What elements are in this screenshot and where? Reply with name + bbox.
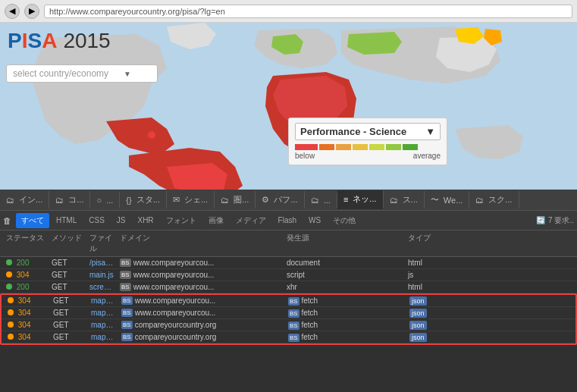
legend-orange-dark: [319, 144, 334, 150]
row-file: screenshot.png?mode=2&project=pisa&lg=..…: [86, 282, 117, 292]
tab-network[interactable]: ≡ ネッ...: [337, 190, 384, 209]
tab-performance[interactable]: ⚙ パフ...: [256, 191, 304, 209]
row-type: html: [405, 258, 466, 268]
network-filter-bar: 🗑 すべて HTML CSS JS XHR フォント 画像 メディア Flash…: [0, 211, 577, 230]
browser-chrome: ◀ ▶ http://www.compareyourcountry.org/pi…: [0, 0, 577, 23]
row-file: maps.js?type=centroides&th=oecd&mode...: [88, 320, 118, 330]
legend-green: [403, 144, 418, 150]
tab-scratchpad[interactable]: 🗂 スク...: [469, 191, 519, 209]
performance-arrow: ▼: [425, 126, 435, 137]
legend-yellow-green: [369, 144, 384, 150]
legend-yellow: [353, 144, 368, 150]
table-row[interactable]: 200 GET screenshot.png?mode=2&project=pi…: [0, 281, 577, 293]
legend-average: average: [413, 152, 441, 160]
pisa-i: I: [22, 29, 28, 53]
legend-orange: [336, 144, 351, 150]
row-domain: BS compareyourcountry.org: [118, 332, 285, 342]
row-status: 200: [3, 258, 49, 268]
tab-inspector[interactable]: 🗂 イン...: [0, 191, 49, 209]
table-row[interactable]: 304 GET main.js BS www.compareyourcou...…: [0, 269, 577, 281]
row-type: json: [406, 296, 467, 306]
network-rows: 200 GET /pisa/?lg=en BS www.compareyourc…: [0, 257, 577, 392]
filter-ws[interactable]: WS: [303, 214, 326, 227]
pisa-year: 2015: [63, 29, 110, 53]
row-domain: BS www.compareyourcou...: [117, 258, 284, 268]
tab-webaudio[interactable]: 〜 We...: [425, 191, 470, 209]
country-selector[interactable]: select country/economy ▼: [6, 64, 158, 83]
row-type: js: [405, 270, 466, 280]
filter-css[interactable]: CSS: [83, 214, 110, 227]
filter-html[interactable]: HTML: [51, 214, 82, 227]
row-source: script: [284, 270, 405, 280]
row-method: GET: [50, 332, 88, 342]
pisa-p: P: [8, 29, 22, 53]
tab-shader[interactable]: ✉ シェ...: [167, 191, 215, 209]
performance-label: Performance - Science: [300, 126, 406, 137]
row-source: xhr: [284, 282, 405, 292]
row-method: GET: [50, 320, 88, 330]
row-source: BS fetch: [285, 320, 406, 330]
row-type: html: [405, 282, 466, 292]
row-domain: BS www.compareyourcou...: [118, 308, 285, 318]
table-row[interactable]: 200 GET /pisa/?lg=en BS www.compareyourc…: [0, 257, 577, 269]
tab-debugger[interactable]: ○ ...: [90, 193, 120, 208]
highlighted-rows-group: 304 GET maps.js?type=shapes&th=oecd&mode…: [0, 293, 577, 345]
tab-memory[interactable]: 🗂 ...: [305, 193, 337, 208]
table-row[interactable]: 304 GET maps.js?type=shapes&th=oecd&mode…: [2, 295, 575, 307]
tab-canvas[interactable]: 🗂 圏...: [215, 191, 256, 209]
filter-media[interactable]: メディア: [230, 213, 271, 228]
row-file: maps.js?type=centroides&th=oecd&mode...: [88, 308, 118, 318]
country-placeholder: select country/economy: [13, 68, 108, 79]
devtools-tabs: 🗂 イン... 🗂 コ... ○ ... {} スタ... ✉ シェ... 🗂 …: [0, 190, 577, 211]
row-source: document: [284, 258, 405, 268]
table-row[interactable]: 304 GET maps.js?type=centroides&th=oecd&…: [2, 307, 575, 319]
status-indicator: [6, 284, 12, 290]
row-source: BS fetch: [285, 296, 406, 306]
svg-point-1: [148, 131, 155, 139]
forward-button[interactable]: ▶: [24, 4, 39, 19]
devtools-panel: 🗂 イン... 🗂 コ... ○ ... {} スタ... ✉ シェ... 🗂 …: [0, 190, 577, 392]
table-row[interactable]: 304 GET maps.js?type=disputed&th=oecd&mo…: [2, 331, 575, 343]
col-file: ファイル: [86, 232, 117, 255]
row-method: GET: [50, 296, 88, 306]
row-domain: BS www.compareyourcou...: [117, 282, 284, 292]
filter-all[interactable]: すべて: [16, 213, 49, 228]
row-status: 304: [5, 296, 50, 306]
filter-flash[interactable]: Flash: [273, 214, 302, 227]
trash-icon[interactable]: 🗑: [3, 216, 11, 225]
row-file: main.js: [86, 270, 117, 280]
table-row[interactable]: 304 GET maps.js?type=centroides&th=oecd&…: [2, 319, 575, 331]
performance-select[interactable]: Performance - Science ▼: [295, 123, 441, 140]
row-type: json: [406, 332, 467, 342]
performance-dropdown: Performance - Science ▼ below average: [288, 118, 447, 165]
row-file: /pisa/?lg=en: [86, 258, 117, 268]
filter-other[interactable]: その他: [328, 213, 361, 228]
row-type: json: [406, 308, 467, 318]
col-type: タイプ: [405, 232, 466, 255]
row-status: 200: [3, 282, 49, 292]
row-file: maps.js?type=disputed&th=oecd&mode=js...: [88, 332, 118, 342]
row-source: BS fetch: [285, 308, 406, 318]
filter-image[interactable]: 画像: [203, 213, 229, 228]
row-method: GET: [49, 270, 86, 280]
filter-js[interactable]: JS: [111, 214, 131, 227]
back-button[interactable]: ◀: [5, 4, 20, 19]
tab-console[interactable]: 🗂 コ...: [49, 191, 90, 209]
tab-storage[interactable]: 🗂 ス...: [384, 191, 425, 209]
status-indicator: [8, 334, 14, 340]
reload-icon[interactable]: 🔄: [536, 216, 545, 224]
legend-red: [295, 144, 318, 150]
filter-font[interactable]: フォント: [161, 213, 202, 228]
filter-xhr[interactable]: XHR: [132, 214, 158, 227]
tab-style[interactable]: {} スタ...: [120, 191, 167, 209]
row-domain: BS compareyourcountry.org: [118, 320, 285, 330]
row-method: GET: [50, 308, 88, 318]
pisa-s: S: [27, 29, 42, 53]
row-domain: BS www.compareyourcou...: [117, 270, 284, 280]
row-type: json: [406, 320, 467, 330]
status-indicator: [6, 259, 12, 265]
address-bar[interactable]: http://www.compareyourcountry.org/pisa/?…: [44, 5, 572, 18]
legend-labels: below average: [295, 152, 441, 160]
legend-below: below: [295, 152, 315, 160]
row-method: GET: [49, 258, 86, 268]
